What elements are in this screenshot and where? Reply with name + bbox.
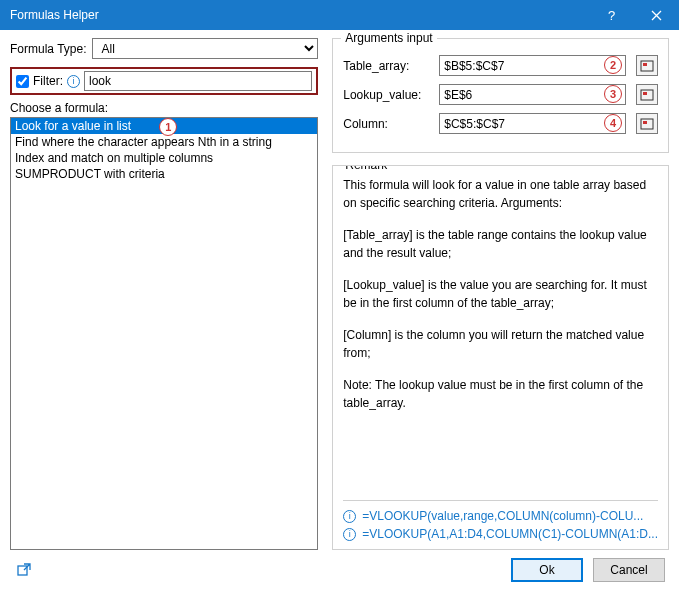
info-icon[interactable]: i bbox=[67, 75, 80, 88]
formula-link[interactable]: i =VLOOKUP(A1,A1:D4,COLUMN(C1)-COLUMN(A1… bbox=[343, 527, 658, 541]
badge-3: 3 bbox=[604, 85, 622, 103]
help-button[interactable]: ? bbox=[589, 0, 634, 30]
open-external-icon[interactable] bbox=[14, 561, 34, 579]
right-column: Arguments input Table_array: 2 Lookup_va… bbox=[332, 38, 669, 550]
arg-label: Lookup_value: bbox=[343, 88, 433, 102]
svg-rect-3 bbox=[643, 92, 647, 95]
formula-type-label: Formula Type: bbox=[10, 42, 86, 56]
left-column: Formula Type: All Filter: i Choose a for… bbox=[10, 38, 318, 550]
window-title: Formulas Helper bbox=[10, 8, 589, 22]
filter-label: Filter: bbox=[33, 74, 63, 88]
filter-checkbox[interactable] bbox=[16, 75, 29, 88]
list-item[interactable]: Find where the character appears Nth in … bbox=[11, 134, 317, 150]
svg-rect-6 bbox=[18, 566, 27, 575]
arguments-group: Arguments input Table_array: 2 Lookup_va… bbox=[332, 38, 669, 153]
list-item[interactable]: SUMPRODUCT with criteria bbox=[11, 166, 317, 182]
filter-row: Filter: i bbox=[10, 67, 318, 95]
range-select-button[interactable] bbox=[636, 84, 658, 105]
cancel-button[interactable]: Cancel bbox=[593, 558, 665, 582]
arg-row-lookup-value: Lookup_value: 3 bbox=[343, 84, 658, 105]
filter-input[interactable] bbox=[84, 71, 312, 91]
ok-button[interactable]: Ok bbox=[511, 558, 583, 582]
arg-row-table-array: Table_array: 2 bbox=[343, 55, 658, 76]
svg-rect-5 bbox=[643, 121, 647, 124]
range-select-button[interactable] bbox=[636, 113, 658, 134]
table-array-input[interactable] bbox=[439, 55, 626, 76]
svg-rect-1 bbox=[643, 63, 647, 66]
titlebar: Formulas Helper ? bbox=[0, 0, 679, 30]
list-item[interactable]: Index and match on multiple columns bbox=[11, 150, 317, 166]
list-item-label: Look for a value in list bbox=[15, 119, 131, 133]
remark-body: This formula will look for a value in on… bbox=[343, 176, 658, 496]
remark-group: Remark This formula will look for a valu… bbox=[332, 165, 669, 550]
remark-text: [Column] is the column you will return t… bbox=[343, 326, 658, 362]
remark-text: Note: The lookup value must be in the fi… bbox=[343, 376, 658, 412]
choose-formula-label: Choose a formula: bbox=[10, 101, 318, 115]
formula-type-select[interactable]: All bbox=[92, 38, 318, 59]
formula-type-row: Formula Type: All bbox=[10, 38, 318, 59]
footer: Ok Cancel bbox=[0, 550, 679, 582]
lookup-value-input[interactable] bbox=[439, 84, 626, 105]
remark-title: Remark bbox=[341, 165, 391, 172]
arg-label: Table_array: bbox=[343, 59, 433, 73]
badge-2: 2 bbox=[604, 56, 622, 74]
arg-label: Column: bbox=[343, 117, 433, 131]
arg-row-column: Column: 4 bbox=[343, 113, 658, 134]
formula-list[interactable]: Look for a value in list 1 Find where th… bbox=[10, 117, 318, 550]
list-item-label: Find where the character appears Nth in … bbox=[15, 135, 272, 149]
remark-text: [Lookup_value] is the value you are sear… bbox=[343, 276, 658, 312]
remark-text: This formula will look for a value in on… bbox=[343, 176, 658, 212]
formula-link-text: =VLOOKUP(A1,A1:D4,COLUMN(C1)-COLUMN(A1:D… bbox=[362, 527, 658, 541]
arguments-title: Arguments input bbox=[341, 31, 436, 45]
formula-link[interactable]: i =VLOOKUP(value,range,COLUMN(column)-CO… bbox=[343, 509, 658, 523]
list-item[interactable]: Look for a value in list 1 bbox=[11, 118, 317, 134]
column-input[interactable] bbox=[439, 113, 626, 134]
range-select-button[interactable] bbox=[636, 55, 658, 76]
close-button[interactable] bbox=[634, 0, 679, 30]
formula-link-text: =VLOOKUP(value,range,COLUMN(column)-COLU… bbox=[362, 509, 643, 523]
badge-4: 4 bbox=[604, 114, 622, 132]
info-icon: i bbox=[343, 510, 356, 523]
divider bbox=[343, 500, 658, 501]
list-item-label: SUMPRODUCT with criteria bbox=[15, 167, 165, 181]
list-item-label: Index and match on multiple columns bbox=[15, 151, 213, 165]
main-content: Formula Type: All Filter: i Choose a for… bbox=[0, 30, 679, 550]
info-icon: i bbox=[343, 528, 356, 541]
remark-text: [Table_array] is the table range contain… bbox=[343, 226, 658, 262]
